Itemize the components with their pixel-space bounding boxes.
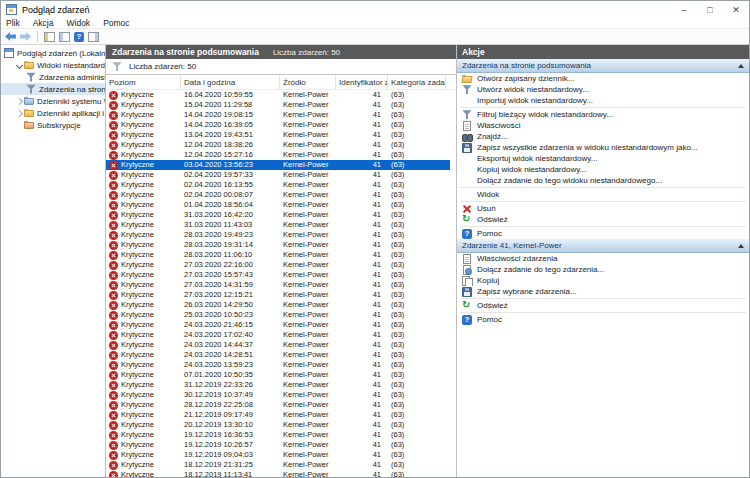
- table-row[interactable]: Krytyczne24.03.2020 13:59:23Kernel-Power…: [106, 360, 450, 370]
- action-item[interactable]: Importuj widok niestandardowy...: [457, 95, 749, 106]
- table-row[interactable]: Krytyczne31.03.2020 16:42:20Kernel-Power…: [106, 210, 450, 220]
- menu-pomoc[interactable]: Pomoc: [103, 18, 129, 28]
- table-row[interactable]: Krytyczne07.01.2020 10:50:35Kernel-Power…: [106, 370, 450, 380]
- sidebar-item[interactable]: Subskrypcje: [1, 119, 105, 131]
- action-section-header[interactable]: Zdarzenie 41, Kernel-Power: [457, 239, 749, 253]
- table-row[interactable]: Krytyczne12.04.2020 15:27:16Kernel-Power…: [106, 150, 450, 160]
- action-item[interactable]: Filtruj bieżący widok niestandardowy...: [457, 109, 749, 120]
- table-row[interactable]: Krytyczne24.03.2020 14:44:37Kernel-Power…: [106, 340, 450, 350]
- table-row[interactable]: Krytyczne27.03.2020 14:31:59Kernel-Power…: [106, 280, 450, 290]
- table-row[interactable]: Krytyczne01.04.2020 18:56:04Kernel-Power…: [106, 200, 450, 210]
- table-row[interactable]: Krytyczne03.04.2020 13:56:23Kernel-Power…: [106, 160, 450, 170]
- window-controls: – □ ✕: [671, 1, 749, 18]
- column-header-2[interactable]: Źródło: [280, 75, 336, 89]
- table-row[interactable]: Krytyczne20.12.2019 13:30:10Kernel-Power…: [106, 420, 450, 430]
- table-row[interactable]: Krytyczne28.03.2020 19:49:23Kernel-Power…: [106, 230, 450, 240]
- table-row[interactable]: Krytyczne12.04.2020 18:38:26Kernel-Power…: [106, 140, 450, 150]
- maximize-button[interactable]: □: [697, 1, 723, 18]
- table-row[interactable]: Krytyczne28.03.2020 11:06:10Kernel-Power…: [106, 250, 450, 260]
- table-row[interactable]: Krytyczne31.03.2020 11:43:03Kernel-Power…: [106, 220, 450, 230]
- action-item[interactable]: Kopiuj: [457, 275, 749, 286]
- action-item[interactable]: Właściwości zdarzenia: [457, 253, 749, 264]
- table-row[interactable]: Krytyczne27.03.2020 22:16:00Kernel-Power…: [106, 260, 450, 270]
- table-row[interactable]: Krytyczne14.04.2020 16:39:05Kernel-Power…: [106, 120, 450, 130]
- datetime-cell: 18.12.2019 11:13:41: [181, 470, 280, 477]
- table-row[interactable]: Krytyczne02.04.2020 19:57:33Kernel-Power…: [106, 170, 450, 180]
- action-section-header[interactable]: Zdarzenia na stronie podsumowania: [457, 59, 749, 73]
- close-button[interactable]: ✕: [723, 1, 749, 18]
- sidebar-item[interactable]: Dzienniki aplikacji i usług: [1, 107, 105, 119]
- table-row[interactable]: Krytyczne19.12.2019 10:26:57Kernel-Power…: [106, 440, 450, 450]
- action-item[interactable]: Pomoc: [457, 314, 749, 325]
- menu-plik[interactable]: Plik: [6, 18, 20, 28]
- show-hide-icon[interactable]: [59, 32, 70, 42]
- action-item[interactable]: Eksportuj widok niestandardowy...: [457, 153, 749, 164]
- table-row[interactable]: Krytyczne02.04.2020 00:08:07Kernel-Power…: [106, 190, 450, 200]
- action-item[interactable]: Dołącz zadanie do tego zdarzenia...: [457, 264, 749, 275]
- action-item[interactable]: Zapisz wybrane zdarzenia...: [457, 286, 749, 297]
- table-row[interactable]: Krytyczne18.12.2019 21:31:25Kernel-Power…: [106, 460, 450, 470]
- sidebar-item[interactable]: Dzienniki systemu Windows: [1, 95, 105, 107]
- table-row[interactable]: Krytyczne30.12.2019 10:37:49Kernel-Power…: [106, 390, 450, 400]
- menu-widok[interactable]: Widok: [67, 18, 91, 28]
- column-header-4[interactable]: Kategoria zada...: [388, 75, 446, 89]
- event-id-cell: 41: [336, 380, 388, 390]
- table-row[interactable]: Krytyczne15.04.2020 11:29:58Kernel-Power…: [106, 100, 450, 110]
- level-cell: Krytyczne: [106, 430, 181, 440]
- expander-icon[interactable]: [15, 97, 24, 106]
- sidebar-item[interactable]: Widoki niestandardowe: [1, 59, 105, 71]
- action-item[interactable]: Dołącz zadanie do tego widoku niestandar…: [457, 175, 749, 186]
- sidebar-item[interactable]: Zdarzenia administracyjne: [1, 71, 105, 83]
- menu-akcja[interactable]: Akcja: [33, 18, 54, 28]
- action-item[interactable]: Otwórz zapisany dziennik...: [457, 73, 749, 84]
- table-row[interactable]: Krytyczne21.12.2019 09:17:49Kernel-Power…: [106, 410, 450, 420]
- action-item[interactable]: Odśwież: [457, 214, 749, 225]
- sidebar-item[interactable]: Podgląd zdarzeń (Lokalny): [1, 47, 105, 59]
- table-row[interactable]: Krytyczne14.04.2020 19:08:15Kernel-Power…: [106, 110, 450, 120]
- table-row[interactable]: Krytyczne13.04.2020 19:43:51Kernel-Power…: [106, 130, 450, 140]
- table-row[interactable]: Krytyczne26.03.2020 14:29:50Kernel-Power…: [106, 300, 450, 310]
- table-row[interactable]: Krytyczne31.12.2019 22:33:26Kernel-Power…: [106, 380, 450, 390]
- action-item[interactable]: Kopiuj widok niestandardowy...: [457, 164, 749, 175]
- table-row[interactable]: Krytyczne19.12.2019 16:36:53Kernel-Power…: [106, 430, 450, 440]
- table-row[interactable]: Krytyczne16.04.2020 10:59:55Kernel-Power…: [106, 90, 450, 100]
- table-row[interactable]: Krytyczne28.03.2020 19:31:14Kernel-Power…: [106, 240, 450, 250]
- column-header-0[interactable]: Poziom: [106, 75, 181, 89]
- action-item-label: Importuj widok niestandardowy...: [477, 96, 593, 105]
- table-row[interactable]: Krytyczne18.12.2019 11:13:41Kernel-Power…: [106, 470, 450, 477]
- action-item[interactable]: Utwórz widok niestandardowy...: [457, 84, 749, 95]
- critical-icon: [109, 331, 118, 340]
- collapse-icon[interactable]: [738, 64, 744, 68]
- action-pane-toggle-icon[interactable]: [88, 32, 99, 42]
- table-row[interactable]: Krytyczne24.03.2020 21:46:15Kernel-Power…: [106, 320, 450, 330]
- sidebar-item[interactable]: Zdarzenia na stronie podsumowania: [1, 83, 105, 95]
- back-icon[interactable]: [5, 32, 16, 41]
- table-row[interactable]: Krytyczne27.03.2020 15:57:43Kernel-Power…: [106, 270, 450, 280]
- task-category-cell: (63): [388, 320, 446, 330]
- table-row[interactable]: Krytyczne24.03.2020 14:28:51Kernel-Power…: [106, 350, 450, 360]
- console-tree-toggle-icon[interactable]: [44, 32, 55, 42]
- column-header-3[interactable]: Identyfikator z...: [336, 75, 388, 89]
- action-item[interactable]: Odśwież: [457, 300, 749, 311]
- action-item[interactable]: Właściwości: [457, 120, 749, 131]
- expander-icon[interactable]: [15, 61, 24, 70]
- action-item[interactable]: Znajdź...: [457, 131, 749, 142]
- table-row[interactable]: Krytyczne25.03.2020 10:50:23Kernel-Power…: [106, 310, 450, 320]
- collapse-icon[interactable]: [738, 244, 744, 248]
- table-row[interactable]: Krytyczne19.12.2019 09:04:03Kernel-Power…: [106, 450, 450, 460]
- table-row[interactable]: Krytyczne27.03.2020 12:15:21Kernel-Power…: [106, 290, 450, 300]
- table-row[interactable]: Krytyczne24.03.2020 17:02:40Kernel-Power…: [106, 330, 450, 340]
- help-icon[interactable]: [74, 32, 84, 42]
- expander-icon[interactable]: [15, 109, 24, 118]
- forward-icon[interactable]: [20, 32, 31, 41]
- table-row[interactable]: Krytyczne28.12.2019 22:25:08Kernel-Power…: [106, 400, 450, 410]
- action-item[interactable]: Pomoc: [457, 228, 749, 239]
- minimize-button[interactable]: –: [671, 1, 697, 18]
- action-item[interactable]: Usuń: [457, 203, 749, 214]
- action-item[interactable]: Widok: [457, 189, 749, 200]
- filter-bar: Liczba zdarzeń: 50: [106, 59, 456, 75]
- source-cell: Kernel-Power: [280, 330, 336, 340]
- table-row[interactable]: Krytyczne02.04.2020 16:13:55Kernel-Power…: [106, 180, 450, 190]
- column-header-1[interactable]: Data i godzina: [181, 75, 280, 89]
- action-item[interactable]: Zapisz wszystkie zdarzenia w widoku nies…: [457, 142, 749, 153]
